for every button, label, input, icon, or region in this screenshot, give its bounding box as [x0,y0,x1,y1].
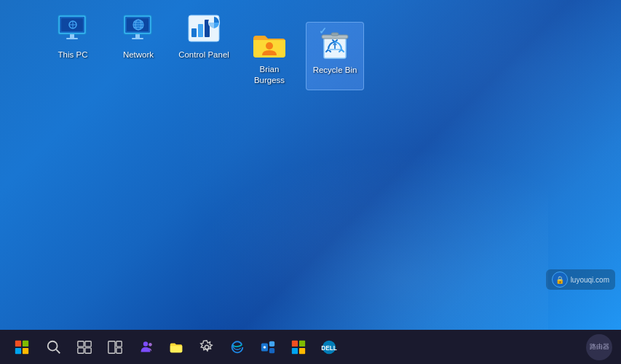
svg-rect-47 [292,347,298,353]
teams-button[interactable] [131,333,160,362]
desktop-icons-container: This PC [44,7,364,90]
svg-point-39 [149,343,152,347]
svg-rect-34 [85,347,91,352]
tray-badge[interactable]: 路由器 [586,334,612,360]
svg-rect-11 [135,34,140,38]
app1-button[interactable] [253,333,282,362]
svg-rect-35 [108,341,115,353]
svg-rect-24 [331,33,339,36]
icon-row-1: This PC [44,7,233,90]
svg-point-29 [48,341,58,350]
watermark-text: luyouqi.com [571,276,609,284]
tray-text: 路由器 [590,342,609,352]
recycle-bin-image: ✓ [317,27,352,62]
brian-burgess-label: Brian Burgess [243,64,296,86]
svg-rect-45 [292,340,298,346]
file-explorer-button[interactable] [162,333,191,362]
start-button[interactable] [6,333,38,362]
svg-text:DELL: DELL [321,344,337,351]
svg-rect-46 [299,340,305,346]
dell-button[interactable]: DELL [315,333,344,362]
svg-point-38 [143,341,148,346]
taskbar: DELL 路由器 [0,330,621,364]
recycle-bin-icon[interactable]: ✓ [306,22,364,90]
this-pc-label: This PC [58,50,88,60]
this-pc-icon[interactable]: This PC [44,7,102,90]
svg-rect-32 [85,341,91,346]
svg-rect-48 [299,347,305,353]
svg-point-44 [264,346,266,349]
system-tray: 路由器 [586,334,615,360]
this-pc-image [55,12,90,47]
task-view-button[interactable] [70,333,99,362]
svg-rect-42 [269,341,274,346]
svg-rect-4 [66,38,78,39]
desktop: This PC [0,0,621,330]
selection-check: ✓ [319,25,327,36]
svg-rect-17 [191,28,197,37]
edge-button[interactable] [223,333,252,362]
svg-rect-26 [23,340,28,346]
svg-rect-33 [78,347,84,352]
network-label: Network [123,50,154,60]
svg-rect-18 [198,24,203,37]
svg-rect-31 [78,341,84,346]
settings-button[interactable] [192,333,221,362]
control-panel-image [186,12,221,47]
brian-burgess-icon[interactable]: Brian Burgess [240,22,298,90]
svg-line-30 [56,349,60,353]
watermark: 🔒 luyouqi.com [546,269,615,290]
svg-rect-3 [70,34,74,38]
store-button[interactable] [284,333,313,362]
control-panel-icon[interactable]: Control Panel [175,7,233,90]
recycle-bin-label: Recycle Bin [313,65,357,76]
svg-rect-37 [116,347,122,352]
search-button[interactable] [39,333,68,362]
network-icon[interactable]: Network [109,7,167,90]
icon-row-2: Brian Burgess ✓ [240,22,364,90]
network-image [121,12,156,47]
svg-rect-25 [15,340,21,346]
svg-point-21 [266,42,273,50]
svg-rect-12 [132,38,143,39]
svg-rect-28 [23,347,28,353]
brian-burgess-image [252,26,287,61]
control-panel-label: Control Panel [178,50,229,60]
svg-rect-36 [116,341,122,346]
svg-rect-27 [15,347,21,353]
svg-rect-43 [269,347,274,352]
snap-assist-button[interactable] [100,333,130,362]
